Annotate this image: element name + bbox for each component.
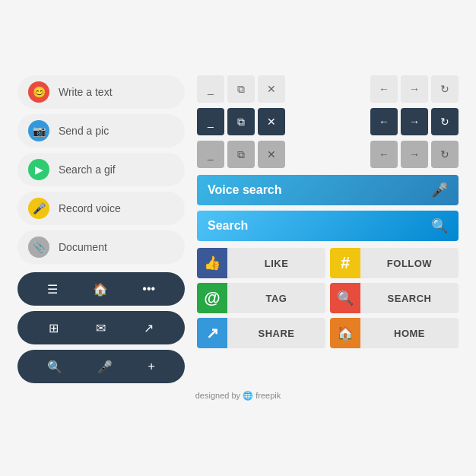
refresh-btn-dark[interactable]: ↻ (431, 108, 459, 135)
arrow-icon[interactable]: ↗ (144, 321, 154, 335)
restore-btn-dark[interactable]: ⧉ (227, 108, 255, 135)
nav-pill-1[interactable]: ☰ 🏠 ••• (17, 272, 185, 306)
minimize-btn-light[interactable]: _ (197, 75, 224, 103)
minimize-btn-dark[interactable]: _ (197, 108, 224, 135)
browser-row-dark: _ ⧉ ✕ ← → ↻ (197, 108, 459, 135)
restore-btn-light[interactable]: ⧉ (227, 75, 255, 103)
document-btn[interactable]: 📎 Document (17, 230, 185, 264)
voice-search-label: Voice search (208, 183, 282, 197)
share-btn[interactable]: ↗ SHARE (197, 318, 325, 348)
forward-btn-medium[interactable]: → (401, 141, 428, 168)
search-social-btn[interactable]: 🔍 SEARCH (330, 283, 459, 313)
tag-btn[interactable]: @ TAG (197, 283, 325, 313)
like-btn[interactable]: 👍 LIKE (197, 248, 325, 278)
close-btn-dark[interactable]: ✕ (258, 108, 285, 135)
nav-pill-3[interactable]: 🔍 🎤 + (17, 350, 185, 383)
like-label: LIKE (227, 248, 325, 278)
top-section: 😊 Write a text 📷 Send a pic ▶ Search a g… (17, 75, 459, 383)
search-social-icon: 🔍 (330, 283, 360, 313)
browser-row-light: _ ⧉ ✕ ← → ↻ (197, 75, 459, 103)
search-gif-label: Search a gif (59, 163, 116, 176)
voice-search-icon: 🎤 (431, 182, 448, 198)
more-icon[interactable]: ••• (142, 282, 155, 296)
share-label: SHARE (227, 318, 325, 348)
home-icon[interactable]: 🏠 (93, 282, 108, 297)
record-voice-icon: 🎤 (28, 198, 49, 219)
menu-icon[interactable]: ☰ (47, 282, 58, 297)
search-social-label: SEARCH (360, 283, 459, 313)
home-social-btn[interactable]: 🏠 HOME (330, 318, 459, 348)
home-social-label: HOME (360, 318, 459, 348)
refresh-btn-light[interactable]: ↻ (431, 75, 459, 103)
search-gif-icon: ▶ (28, 159, 49, 180)
voice-search-bar[interactable]: Voice search 🎤 (197, 175, 459, 205)
search-bar-icon: 🔍 (431, 217, 448, 234)
write-icon: 😊 (28, 81, 49, 103)
grid-icon[interactable]: ⊞ (49, 321, 59, 335)
follow-btn[interactable]: # FOLLOW (330, 248, 459, 278)
mic-pill-icon[interactable]: 🎤 (97, 360, 113, 374)
follow-icon: # (330, 248, 360, 278)
search-gif-btn[interactable]: ▶ Search a gif (17, 153, 185, 186)
tag-icon: @ (197, 283, 227, 313)
nav-pill-2[interactable]: ⊞ ✉ ↗ (17, 311, 185, 344)
footer-text: designed by (195, 391, 243, 400)
brand-name: freepik (255, 391, 281, 400)
main-container: 😊 Write a text 📷 Send a pic ▶ Search a g… (17, 75, 459, 401)
send-pic-btn[interactable]: 📷 Send a pic (17, 114, 185, 148)
back-btn-dark[interactable]: ← (370, 108, 398, 135)
share-icon: ↗ (197, 318, 227, 348)
back-btn-light[interactable]: ← (370, 75, 398, 103)
back-btn-medium[interactable]: ← (370, 141, 398, 168)
send-pic-icon: 📷 (28, 120, 49, 141)
close-btn-light[interactable]: ✕ (258, 75, 285, 103)
minimize-btn-medium[interactable]: _ (197, 141, 224, 168)
write-text-btn[interactable]: 😊 Write a text (17, 75, 185, 109)
record-voice-label: Record voice (59, 202, 121, 214)
send-pic-label: Send a pic (59, 125, 109, 137)
browser-row-medium: _ ⧉ ✕ ← → ↻ (197, 141, 459, 168)
forward-btn-dark[interactable]: → (401, 108, 428, 135)
footer: designed by 🌐 freepik (17, 391, 459, 401)
restore-btn-medium[interactable]: ⧉ (227, 141, 255, 168)
like-icon: 👍 (197, 248, 227, 278)
left-column: 😊 Write a text 📷 Send a pic ▶ Search a g… (17, 75, 185, 383)
write-text-label: Write a text (59, 86, 113, 98)
document-label: Document (59, 241, 107, 253)
forward-btn-light[interactable]: → (401, 75, 428, 103)
tag-label: TAG (227, 283, 325, 313)
refresh-btn-medium[interactable]: ↻ (431, 141, 459, 168)
right-column: _ ⧉ ✕ ← → ↻ _ ⧉ ✕ ← → ↻ _ ⧉ (197, 75, 459, 383)
home-social-icon: 🏠 (330, 318, 360, 348)
document-icon: 📎 (28, 236, 49, 258)
search-bar[interactable]: Search 🔍 (197, 211, 459, 241)
close-btn-medium[interactable]: ✕ (258, 141, 285, 168)
mail-icon[interactable]: ✉ (96, 321, 106, 335)
plus-icon[interactable]: + (148, 360, 155, 373)
search-pill-icon[interactable]: 🔍 (47, 360, 62, 374)
record-voice-btn[interactable]: 🎤 Record voice (17, 192, 185, 225)
brand-icon: 🌐 (243, 391, 253, 400)
follow-label: FOLLOW (360, 248, 459, 278)
search-bar-label: Search (208, 219, 248, 233)
social-grid: 👍 LIKE # FOLLOW @ TAG 🔍 SEARCH ↗ SHA (197, 248, 459, 348)
